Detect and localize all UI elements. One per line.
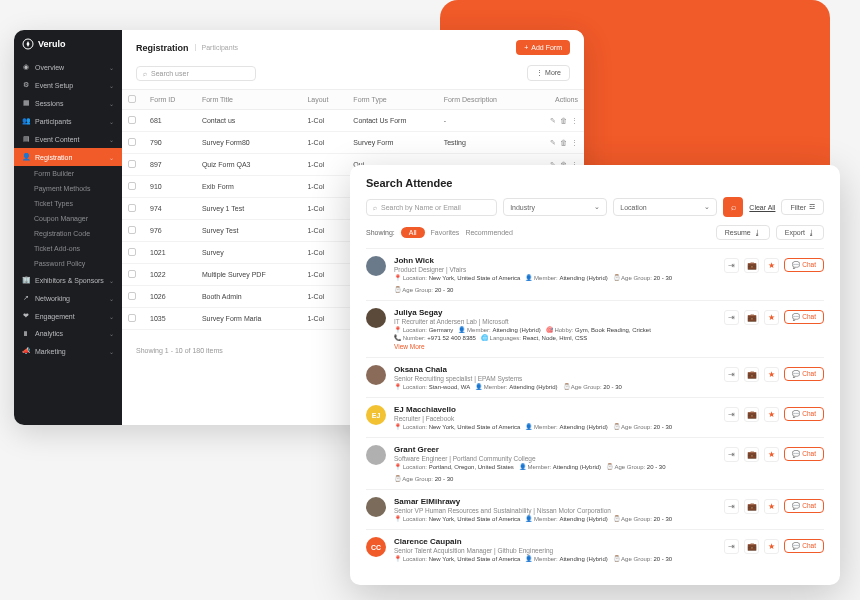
row-checkbox[interactable]	[128, 182, 136, 190]
chat-button[interactable]: 💬 Chat	[784, 310, 824, 324]
clear-all[interactable]: Clear All	[749, 204, 775, 211]
search-button[interactable]: ⌕	[723, 197, 743, 217]
view-more[interactable]: View More	[394, 343, 716, 350]
industry-select[interactable]: Industry⌄	[503, 198, 607, 216]
attendee-role: Senior VP Human Resources and Sustainabi…	[394, 507, 716, 514]
sidebar-item-networking[interactable]: ↗Networking⌄	[14, 289, 122, 307]
run-icon[interactable]: ⇥	[724, 407, 739, 422]
resume-button[interactable]: Resume⭳	[716, 225, 770, 240]
sidebar-item-engagement[interactable]: ❤Engagement⌄	[14, 307, 122, 325]
edit-icon[interactable]: ✎	[550, 117, 556, 124]
attendee-search[interactable]: ⌕Search by Name or Email	[366, 199, 497, 216]
briefcase-icon[interactable]: 💼	[744, 539, 759, 554]
sidebar-item-registration[interactable]: 👤Registration⌄	[14, 148, 122, 166]
attendee-list: John WickProduct Designer | Vfairs📍 Loca…	[366, 248, 824, 569]
filter-button[interactable]: Filter☲	[781, 199, 824, 215]
kebab-icon[interactable]: ⋮	[571, 139, 578, 146]
star-icon[interactable]: ★	[764, 447, 779, 462]
row-checkbox[interactable]	[128, 226, 136, 234]
kebab-icon[interactable]: ⋮	[571, 117, 578, 124]
sidebar-sub-ticket-types[interactable]: Ticket Types	[14, 196, 122, 211]
run-icon[interactable]: ⇥	[724, 539, 739, 554]
sidebar-sub-form-builder[interactable]: Form Builder	[14, 166, 122, 181]
star-icon[interactable]: ★	[764, 407, 779, 422]
run-icon[interactable]: ⇥	[724, 258, 739, 273]
briefcase-icon[interactable]: 💼	[744, 499, 759, 514]
attendee-meta: 📍 Location: Portland, Oregon, United Sta…	[394, 463, 716, 482]
sidebar-item-marketing[interactable]: 📣Marketing⌄	[14, 342, 122, 360]
attendee-role: Senior Recruiting specialist | EPAM Syst…	[394, 375, 716, 382]
sidebar-item-analytics[interactable]: ⫼Analytics⌄	[14, 325, 122, 342]
sidebar-sub-payment-methods[interactable]: Payment Methods	[14, 181, 122, 196]
row-checkbox[interactable]	[128, 292, 136, 300]
run-icon[interactable]: ⇥	[724, 310, 739, 325]
chat-button[interactable]: 💬 Chat	[784, 367, 824, 381]
row-checkbox[interactable]	[128, 270, 136, 278]
location-select[interactable]: Location⌄	[613, 198, 717, 216]
chat-button[interactable]: 💬 Chat	[784, 447, 824, 461]
briefcase-icon[interactable]: 💼	[744, 407, 759, 422]
chat-button[interactable]: 💬 Chat	[784, 258, 824, 272]
tab-all[interactable]: All	[401, 227, 425, 238]
star-icon[interactable]: ★	[764, 310, 779, 325]
attendee-meta: 📍 Location: New York, United State of Am…	[394, 515, 716, 522]
row-checkbox[interactable]	[128, 314, 136, 322]
briefcase-icon[interactable]: 💼	[744, 258, 759, 273]
run-icon[interactable]: ⇥	[724, 447, 739, 462]
row-checkbox[interactable]	[128, 160, 136, 168]
plus-icon: +	[524, 44, 528, 51]
star-icon[interactable]: ★	[764, 499, 779, 514]
row-checkbox[interactable]	[128, 138, 136, 146]
sidebar-item-event-setup[interactable]: ⚙Event Setup⌄	[14, 76, 122, 94]
sidebar-item-exhibitors-sponsors[interactable]: 🏢Exhibitors & Sponsors⌄	[14, 271, 122, 289]
star-icon[interactable]: ★	[764, 367, 779, 382]
chat-button[interactable]: 💬 Chat	[784, 407, 824, 421]
export-button[interactable]: Export⭳	[776, 225, 824, 240]
chevron-down-icon: ⌄	[109, 82, 114, 89]
nav-label: Marketing	[35, 348, 66, 355]
chat-button[interactable]: 💬 Chat	[784, 539, 824, 553]
row-checkbox[interactable]	[128, 116, 136, 124]
cell-layout: 1-Col	[301, 242, 347, 264]
brand-label: Verulo	[38, 39, 66, 49]
star-icon[interactable]: ★	[764, 539, 779, 554]
nav-label: Event Content	[35, 136, 79, 143]
briefcase-icon[interactable]: 💼	[744, 447, 759, 462]
sidebar-sub-registration-code[interactable]: Registration Code	[14, 226, 122, 241]
row-checkbox[interactable]	[128, 204, 136, 212]
attendee-name: Clarence Caupain	[394, 537, 716, 546]
brand-icon	[22, 38, 34, 50]
sidebar-sub-ticket-add-ons[interactable]: Ticket Add-ons	[14, 241, 122, 256]
sidebar-item-event-content[interactable]: ▤Event Content⌄	[14, 130, 122, 148]
sidebar-item-participants[interactable]: 👥Participants⌄	[14, 112, 122, 130]
run-icon[interactable]: ⇥	[724, 499, 739, 514]
search-input[interactable]: ⌕Search user	[136, 66, 256, 81]
avatar: CC	[366, 537, 386, 557]
chat-button[interactable]: 💬 Chat	[784, 499, 824, 513]
add-form-button[interactable]: +Add Form	[516, 40, 570, 55]
nav-label: Overview	[35, 64, 64, 71]
tab-favorites[interactable]: Favorites	[431, 229, 460, 236]
sidebar-sub-coupon-manager[interactable]: Coupon Manager	[14, 211, 122, 226]
briefcase-icon[interactable]: 💼	[744, 367, 759, 382]
attendee-card: John WickProduct Designer | Vfairs📍 Loca…	[366, 248, 824, 300]
select-all-checkbox[interactable]	[128, 95, 136, 103]
nav: ◉Overview⌄⚙Event Setup⌄▦Sessions⌄👥Partic…	[14, 58, 122, 425]
col-form-id: Form ID	[144, 90, 196, 110]
table-row[interactable]: 681Contact us1-ColContact Us Form-✎ 🗑 ⋮	[122, 110, 584, 132]
sidebar-item-sessions[interactable]: ▦Sessions⌄	[14, 94, 122, 112]
delete-icon[interactable]: 🗑	[560, 139, 567, 146]
table-row[interactable]: 790Survey Form801-ColSurvey FormTesting✎…	[122, 132, 584, 154]
sidebar-item-overview[interactable]: ◉Overview⌄	[14, 58, 122, 76]
briefcase-icon[interactable]: 💼	[744, 310, 759, 325]
sidebar-sub-password-policy[interactable]: Password Policy	[14, 256, 122, 271]
more-button[interactable]: ⋮ More	[527, 65, 570, 81]
star-icon[interactable]: ★	[764, 258, 779, 273]
edit-icon[interactable]: ✎	[550, 139, 556, 146]
attendee-meta: 📍 Location: New York, United State of Am…	[394, 274, 716, 293]
delete-icon[interactable]: 🗑	[560, 117, 567, 124]
row-checkbox[interactable]	[128, 248, 136, 256]
run-icon[interactable]: ⇥	[724, 367, 739, 382]
add-form-label: Add Form	[531, 44, 562, 51]
tab-recommended[interactable]: Recommended	[465, 229, 512, 236]
